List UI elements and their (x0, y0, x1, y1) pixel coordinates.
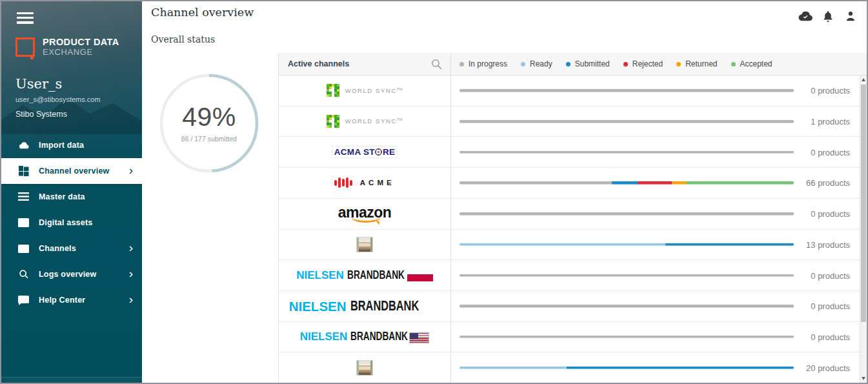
sidebar-item-label: Logs overview (39, 270, 96, 279)
1worldsync-mosaic-icon (327, 115, 339, 128)
sidebar-item-label: Help Center (39, 296, 85, 305)
bar-segment-accepted (687, 181, 794, 185)
chat-icon (18, 295, 29, 306)
channel-row[interactable]: ACME 66 products (279, 168, 867, 199)
product-count: 13 products (806, 239, 850, 249)
chevron-right-icon: › (129, 241, 133, 255)
product-count: 0 products (811, 332, 850, 341)
scroll-down-arrow[interactable] (860, 374, 867, 383)
legend-item-returned: Returned (676, 59, 717, 68)
bar-segment-in_progress (459, 120, 794, 123)
overall-status-panel: 49% 86 / 177 submitted (142, 53, 279, 383)
channel-row[interactable]: NIELSENBRANDBANK 0 products (279, 322, 867, 353)
sidebar-nav: Import dataChannel overview›Master dataD… (1, 132, 142, 313)
brand-line1: PRODUCT DATA (43, 37, 119, 48)
bar-segment-submitted (612, 181, 638, 185)
user-icon[interactable] (843, 9, 858, 23)
channel-logo-cell: WORLD SYNCTM (279, 76, 451, 106)
sidebar-item-help-center[interactable]: Help Center› (1, 287, 142, 313)
sidebar-item-master-data[interactable]: Master data (1, 184, 142, 210)
product-count: 0 products (811, 147, 850, 157)
image-icon (18, 217, 29, 228)
main-area: Channel overview Overall status (142, 1, 867, 383)
bar-segment-submitted (567, 366, 794, 369)
nielsen-wordmark: NIELSEN (300, 330, 348, 343)
sidebar: PRODUCT DATA EXCHANGE User_s user_s@stib… (1, 1, 142, 383)
channel-row[interactable]: amazon 0 products (279, 199, 867, 230)
legend-label: Submitted (575, 59, 610, 68)
sidebar-item-import-data[interactable]: Import data (1, 132, 142, 158)
channel-row[interactable]: NIELSENBRANDBANK 0 products (279, 260, 867, 291)
product-count: 0 products (811, 301, 850, 311)
notifications-icon[interactable] (821, 9, 835, 23)
channel-logo-nielsen-brandbank: NIELSENBRANDBANK (300, 330, 430, 343)
active-channels-label: Active channels (288, 59, 349, 68)
sidebar-item-channels[interactable]: Channels› (1, 236, 142, 261)
channels-table: Active channels In progressReadySubmitte… (279, 53, 867, 383)
legend-item-submitted: Submitted (566, 59, 610, 68)
search-icon (18, 269, 29, 280)
channel-row[interactable]: WORLD SYNCTM 0 products (279, 76, 867, 106)
channel-logo-acme: ACME (334, 177, 394, 188)
channel-logo-amazon: amazon (338, 205, 392, 223)
channel-status-cell: 1 products (451, 106, 867, 137)
sidebar-item-label: Digital assets (39, 218, 92, 227)
channel-status-cell: 0 products (451, 291, 867, 321)
sidebar-item-channel-overview[interactable]: Channel overview› (1, 158, 142, 184)
legend-dot-returned (676, 62, 681, 66)
product-count: 0 products (811, 270, 850, 280)
bar-segment-in_progress (459, 274, 794, 277)
sidebar-item-label: Import data (39, 141, 84, 150)
legend-dot-in_progress (459, 62, 464, 66)
acme-bars-icon (334, 177, 352, 188)
channel-status-cell: 0 products (451, 322, 867, 352)
search-icon[interactable] (430, 58, 443, 73)
hamburger-menu-icon[interactable] (17, 12, 34, 26)
channel-row[interactable]: NIELSENBRANDBANK 0 products (279, 291, 867, 322)
brandbank-wordmark: BRANDBANK (347, 268, 405, 282)
status-progress-bar (459, 336, 794, 339)
acma-wheel-icon (375, 148, 382, 156)
channel-logo-cell: WORLD SYNCTM (279, 106, 451, 137)
product-count: 20 products (806, 363, 850, 372)
channel-logo-photo-thumbnail (356, 360, 373, 376)
status-progress-bar (459, 151, 794, 154)
page-subtitle: Overall status (151, 34, 215, 45)
card-icon (18, 243, 29, 254)
bar-segment-returned (672, 181, 687, 185)
channel-logo-cell: ACME (279, 168, 451, 198)
status-progress-bar (459, 89, 794, 92)
cloud-sync-icon[interactable] (798, 9, 812, 23)
legend-dot-accepted (731, 62, 736, 66)
sidebar-item-digital-assets[interactable]: Digital assets (1, 210, 142, 236)
app-window: PRODUCT DATA EXCHANGE User_s user_s@stib… (0, 0, 868, 384)
list-icon (18, 192, 29, 203)
legend-label: Accepted (740, 59, 772, 68)
status-progress-bar (459, 120, 794, 123)
channel-logo-cell (279, 352, 451, 383)
scrollbar-thumb[interactable] (861, 85, 866, 322)
legend-label: Returned (685, 59, 717, 68)
legend-label: Rejected (632, 59, 663, 68)
brand-logo: PRODUCT DATA EXCHANGE (15, 37, 119, 57)
channel-logo-1worldsync: WORLD SYNCTM (327, 115, 402, 128)
legend-dot-ready (521, 62, 525, 66)
channel-logo-nielsen-brandbank: NIELSENBRANDBANK (289, 298, 441, 314)
amazon-smile-icon (351, 216, 381, 223)
channel-logo-cell (279, 230, 451, 260)
vertical-scrollbar[interactable] (860, 76, 867, 383)
channel-row[interactable]: 20 products (279, 352, 867, 383)
overall-percent: 49% (182, 104, 236, 130)
sidebar-item-logs-overview[interactable]: Logs overview› (1, 261, 142, 287)
overall-progress-donut: 49% 86 / 177 submitted (159, 73, 259, 174)
legend-item-rejected: Rejected (623, 59, 663, 68)
channel-status-cell: 0 products (451, 137, 867, 167)
cloud-upload-icon (18, 140, 29, 151)
sidebar-item-label: Master data (39, 192, 85, 201)
scroll-up-arrow[interactable] (860, 76, 867, 84)
channel-row[interactable]: ACMA STRE 0 products (279, 137, 867, 168)
sidebar-item-label: Channels (39, 244, 76, 253)
channel-row[interactable]: 13 products (279, 230, 867, 261)
channel-row[interactable]: WORLD SYNCTM 1 products (279, 106, 867, 137)
1worldsync-wordmark: WORLD SYNCTM (345, 117, 402, 125)
